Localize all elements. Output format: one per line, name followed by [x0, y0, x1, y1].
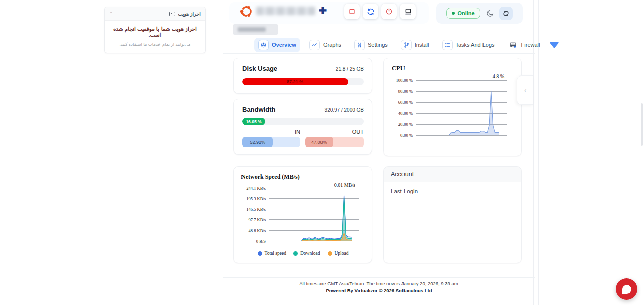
- dark-mode-toggle[interactable]: [486, 9, 494, 18]
- bandwidth-in-bar: 52.92%: [242, 137, 300, 147]
- tab-settings[interactable]: Settings: [350, 38, 392, 52]
- status-group: Online: [436, 3, 523, 24]
- account-title: Account: [391, 171, 414, 178]
- online-dot-icon: [452, 12, 455, 15]
- chat-bubble-icon: [622, 285, 631, 294]
- footer-divider: [223, 277, 535, 278]
- stop-icon: [348, 8, 356, 15]
- auth-notice-title: احراز هویت: [178, 11, 201, 17]
- tab-firewall-label: Firewall: [521, 42, 540, 48]
- scrollbar-thumb[interactable]: [641, 103, 643, 146]
- net-ytick: 195.3 KB/s: [241, 196, 269, 201]
- bandwidth-out-fill: 47.08%: [305, 137, 333, 147]
- total-speed-dot-icon: [258, 251, 262, 256]
- brick-wall-icon: [508, 40, 518, 50]
- power-icon: [385, 8, 393, 15]
- redacted-ip-address: [256, 7, 315, 15]
- tab-install[interactable]: Install: [397, 38, 433, 52]
- stop-button[interactable]: [344, 4, 360, 19]
- left-panel-divider: [216, 0, 216, 305]
- legend-download-label: Download: [300, 251, 320, 256]
- status-badge: Online: [446, 8, 480, 19]
- account-card: Account Last Login: [383, 166, 522, 263]
- bandwidth-in-fill: 52.92%: [242, 137, 273, 147]
- tab-tasks-and-logs[interactable]: Tasks And Logs: [438, 38, 499, 52]
- bandwidth-title: Bandwidth: [242, 106, 275, 113]
- chevron-left-icon: ‹: [524, 86, 527, 94]
- chevron-down-icon: [549, 41, 560, 49]
- add-ip-icon[interactable]: ✚: [319, 5, 327, 16]
- redacted-hostname: [233, 24, 278, 35]
- dashboard-icon: [258, 40, 269, 50]
- footer-timezone-text: All times are GMT Asia/Tehran. The time …: [223, 281, 535, 286]
- auth-notice-header[interactable]: ⌃ احراز هویت: [105, 7, 205, 21]
- network-chart-title: Network Speed (MB/s): [241, 173, 365, 181]
- network-chart: 244.1 KB/s 195.3 KB/s 146.5 KB/s 97.7 KB…: [241, 183, 365, 246]
- disk-percent-label: 87.21 %: [287, 79, 303, 84]
- tab-overview[interactable]: Overview: [254, 38, 300, 52]
- disk-usage-card: Disk Usage 21.8 / 25 GB 87.21 %: [233, 58, 372, 94]
- chat-widget-button[interactable]: [616, 278, 637, 300]
- cpu-chart: 100.00 % 80.00 % 60.00 % 40.00 % 20.00 %…: [392, 74, 513, 141]
- bandwidth-progressbar: 16.05 %: [242, 118, 364, 125]
- tab-overview-label: Overview: [272, 42, 296, 48]
- tab-graphs[interactable]: Graphs: [305, 38, 345, 52]
- legend-upload: Upload: [328, 251, 349, 256]
- disk-usage-title: Disk Usage: [242, 65, 277, 72]
- tab-graphs-label: Graphs: [323, 42, 341, 48]
- disk-progressbar-fill: 87.21 %: [242, 78, 348, 85]
- vps-tabbar: Overview Graphs Settings Install: [223, 36, 535, 54]
- tab-settings-label: Settings: [368, 42, 388, 48]
- sliders-icon: [354, 40, 365, 50]
- network-legend: Total speed Download Upload: [241, 251, 365, 256]
- net-ytick: 97.7 KB/s: [241, 217, 269, 222]
- cpu-ytick: 100.00 %: [392, 78, 416, 83]
- cpu-ytick: 0.00 %: [392, 133, 416, 138]
- network-speed-card: Network Speed (MB/s) 0.01 MB/s 244.1 KB/…: [233, 166, 372, 263]
- restart-button[interactable]: [363, 4, 378, 19]
- net-ytick: 48.8 KB/s: [241, 228, 269, 233]
- cpu-plot-area: [424, 80, 499, 135]
- status-label: Online: [457, 10, 474, 16]
- bandwidth-out-percent: 47.08%: [311, 140, 327, 145]
- cpu-ytick: 40.00 %: [392, 111, 416, 116]
- bandwidth-out-label: OUT: [305, 129, 364, 135]
- disk-usage-value: 21.8 / 25 GB: [336, 66, 364, 72]
- legend-total-speed-label: Total speed: [265, 251, 286, 256]
- legend-upload-label: Upload: [335, 251, 349, 256]
- tab-tasks-and-logs-label: Tasks And Logs: [456, 42, 495, 48]
- footer: All times are GMT Asia/Tehran. The time …: [223, 281, 535, 293]
- console-icon: [404, 8, 412, 16]
- bandwidth-progressbar-fill: 16.05 %: [242, 118, 265, 125]
- upload-dot-icon: [328, 251, 332, 256]
- ubuntu-logo-icon: [239, 5, 253, 18]
- bandwidth-in-percent: 52.92%: [250, 140, 265, 145]
- side-panel-toggle[interactable]: ‹: [517, 75, 533, 105]
- bandwidth-in-label: IN: [242, 129, 300, 135]
- account-card-header: Account: [384, 167, 521, 182]
- net-ytick: 0 B/S: [241, 239, 269, 244]
- net-ytick: 244.1 KB/s: [241, 186, 269, 191]
- tab-firewall[interactable]: Firewall: [504, 38, 544, 52]
- auth-success-message: احراز هویت شما با موفقیت انجام شده است.: [109, 26, 201, 38]
- console-button[interactable]: [400, 4, 416, 19]
- id-card-icon: [169, 12, 175, 16]
- cpu-ytick: 80.00 %: [392, 89, 416, 94]
- cpu-card: CPU 4.8 % 100.00 % 80.00 % 60.00 % 40.00…: [383, 58, 522, 156]
- power-actions-toolbar: [344, 4, 416, 19]
- network-plot-area: [276, 188, 352, 241]
- legend-total-speed: Total speed: [258, 251, 286, 256]
- net-ytick: 146.5 KB/s: [241, 207, 269, 212]
- bandwidth-percent-label: 16.05 %: [246, 119, 261, 124]
- legend-download: Download: [293, 251, 320, 256]
- cpu-ytick: 60.00 %: [392, 100, 416, 105]
- download-dot-icon: [293, 251, 298, 256]
- refresh-button[interactable]: [499, 7, 513, 20]
- last-login-label: Last Login: [391, 188, 418, 194]
- more-tabs-dropdown[interactable]: [549, 41, 560, 49]
- task-list-icon: [442, 40, 453, 50]
- bandwidth-usage-value: 320.97 / 2000 GB: [325, 107, 364, 113]
- poweroff-button[interactable]: [381, 4, 397, 19]
- collapse-chevron-icon[interactable]: ⌃: [109, 12, 113, 16]
- main-left-divider: [222, 0, 222, 305]
